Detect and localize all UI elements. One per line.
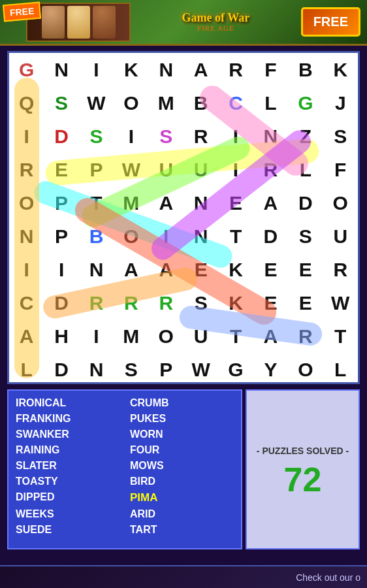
grid-cell[interactable]: I xyxy=(44,253,78,286)
grid-cell[interactable]: I xyxy=(114,120,148,153)
grid-cell[interactable]: H xyxy=(44,319,78,353)
grid-cell[interactable]: N xyxy=(9,220,44,253)
grid-cell[interactable]: S xyxy=(114,353,148,384)
grid-cell[interactable]: U xyxy=(184,319,218,353)
grid-cell[interactable]: A xyxy=(253,186,288,220)
grid-cell[interactable]: R xyxy=(288,319,323,353)
grid-cell[interactable]: I xyxy=(9,253,44,286)
grid-cell[interactable]: B xyxy=(79,220,114,253)
grid-cell[interactable]: R xyxy=(184,120,218,153)
grid-cell[interactable]: O xyxy=(114,220,148,253)
grid-cell[interactable]: P xyxy=(44,220,78,253)
grid-cell[interactable]: N xyxy=(253,120,288,153)
grid-cell[interactable]: S xyxy=(323,120,358,153)
grid-cell[interactable]: O xyxy=(323,186,358,220)
grid-cell[interactable]: C xyxy=(218,86,253,120)
grid-cell[interactable]: U xyxy=(149,153,184,186)
grid-cell[interactable]: O xyxy=(149,319,184,353)
grid-cell[interactable]: E xyxy=(184,253,218,286)
grid-cell[interactable]: C xyxy=(9,286,44,319)
grid-cell[interactable]: L xyxy=(323,353,358,384)
grid-cell[interactable]: I xyxy=(79,319,114,353)
grid-cell[interactable]: O xyxy=(9,186,44,220)
grid-cell[interactable]: I xyxy=(218,153,253,186)
grid-cell[interactable]: Z xyxy=(288,120,323,153)
grid-cell[interactable]: N xyxy=(149,53,184,86)
grid-cell[interactable]: L xyxy=(9,353,44,384)
grid-cell[interactable]: U xyxy=(323,220,358,253)
grid-cell[interactable]: P xyxy=(44,186,78,220)
grid-cell[interactable]: F xyxy=(253,53,288,86)
grid-cell[interactable]: A xyxy=(253,319,288,353)
grid-cell[interactable]: K xyxy=(114,53,148,86)
grid-cell[interactable]: E xyxy=(218,186,253,220)
grid-cell[interactable]: O xyxy=(114,86,148,120)
grid-cell[interactable]: N xyxy=(184,186,218,220)
grid-cell[interactable]: W xyxy=(114,153,148,186)
grid-cell[interactable]: D xyxy=(253,220,288,253)
grid-cell[interactable]: N xyxy=(79,253,114,286)
grid-cell[interactable]: Q xyxy=(9,86,44,120)
grid-cell[interactable]: S xyxy=(44,86,78,120)
grid-cell[interactable]: P xyxy=(149,353,184,384)
grid-cell[interactable]: I xyxy=(79,53,114,86)
ad-banner[interactable]: FREE Game of War FIRE AGE FREE xyxy=(0,0,367,46)
grid-cell[interactable]: S xyxy=(184,286,218,319)
grid-cell[interactable]: B xyxy=(288,53,323,86)
grid-cell[interactable]: B xyxy=(184,86,218,120)
grid-cell[interactable]: I xyxy=(9,120,44,153)
grid-cell[interactable]: A xyxy=(9,319,44,353)
grid-cell[interactable]: D xyxy=(44,353,78,384)
grid-cell[interactable]: O xyxy=(288,353,323,384)
grid-cell[interactable]: M xyxy=(114,186,148,220)
grid-cell[interactable]: S xyxy=(79,120,114,153)
grid-cell[interactable]: A xyxy=(149,253,184,286)
grid-cell[interactable]: F xyxy=(323,153,358,186)
grid-cell[interactable]: D xyxy=(44,120,78,153)
word-search-grid[interactable]: GNIKNARFBKQSWOMBCLGJIDSISRINZSREPWUUIRLF… xyxy=(7,51,360,384)
grid-cell[interactable]: R xyxy=(323,253,358,286)
grid-cell[interactable]: I xyxy=(149,220,184,253)
grid-cell[interactable]: N xyxy=(184,220,218,253)
grid-cell[interactable]: M xyxy=(149,86,184,120)
grid-cell[interactable]: A xyxy=(114,253,148,286)
grid-cell[interactable]: L xyxy=(288,153,323,186)
grid-cell[interactable]: R xyxy=(218,53,253,86)
grid-cell[interactable]: Y xyxy=(253,353,288,384)
grid-cell[interactable]: E xyxy=(44,153,78,186)
grid-cell[interactable]: S xyxy=(149,120,184,153)
grid-cell[interactable]: S xyxy=(288,220,323,253)
grid-cell[interactable]: G xyxy=(9,53,44,86)
grid-cell[interactable]: J xyxy=(323,86,358,120)
grid-cell[interactable]: R xyxy=(9,153,44,186)
grid-cell[interactable]: E xyxy=(288,286,323,319)
grid-cell[interactable]: G xyxy=(218,353,253,384)
grid-cell[interactable]: N xyxy=(79,353,114,384)
grid-cell[interactable]: K xyxy=(218,253,253,286)
grid-cell[interactable]: D xyxy=(44,286,78,319)
grid-cell[interactable]: W xyxy=(323,286,358,319)
grid-cell[interactable]: R xyxy=(149,286,184,319)
grid-cell[interactable]: E xyxy=(253,253,288,286)
grid-cell[interactable]: R xyxy=(114,286,148,319)
grid-cell[interactable]: A xyxy=(149,186,184,220)
grid-cell[interactable]: U xyxy=(184,153,218,186)
grid-cell[interactable]: T xyxy=(218,220,253,253)
grid-cell[interactable]: T xyxy=(323,319,358,353)
grid-cell[interactable]: R xyxy=(79,286,114,319)
grid-cell[interactable]: T xyxy=(79,186,114,220)
grid-cell[interactable]: L xyxy=(253,86,288,120)
grid-cell[interactable]: W xyxy=(79,86,114,120)
grid-cell[interactable]: K xyxy=(218,286,253,319)
grid-cell[interactable]: E xyxy=(288,253,323,286)
grid-cell[interactable]: W xyxy=(184,353,218,384)
grid-cell[interactable]: D xyxy=(288,186,323,220)
grid-cell[interactable]: A xyxy=(184,53,218,86)
grid-cell[interactable]: P xyxy=(79,153,114,186)
grid-cell[interactable]: E xyxy=(253,286,288,319)
grid-cell[interactable]: K xyxy=(323,53,358,86)
grid-cell[interactable]: N xyxy=(44,53,78,86)
grid-cell[interactable]: G xyxy=(288,86,323,120)
grid-cell[interactable]: M xyxy=(114,319,148,353)
grid-cell[interactable]: T xyxy=(218,319,253,353)
